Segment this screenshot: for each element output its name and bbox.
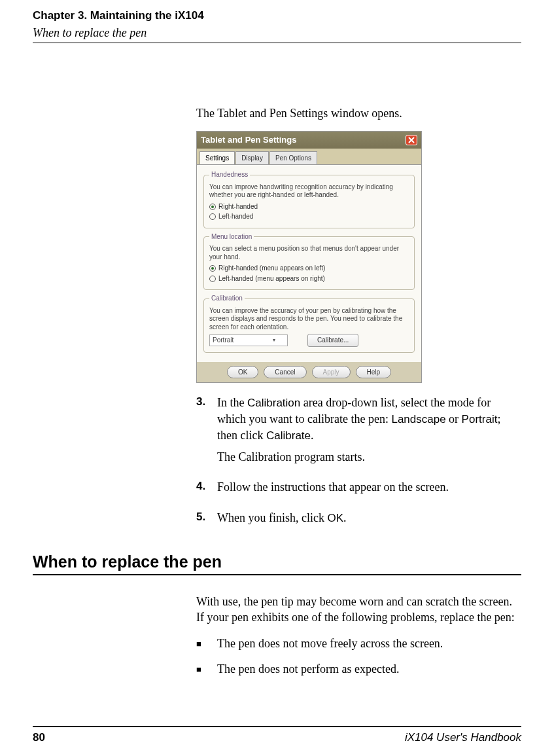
- step-3-text: In the Calibration area drop-down list, …: [217, 395, 521, 444]
- radio-icon: [209, 204, 216, 210]
- bullet-text: The pen does not move freely across the …: [217, 636, 443, 651]
- section-title-header: When to replace the pen: [33, 26, 521, 40]
- section2-content: With use, the pen tip may become worn an…: [196, 594, 521, 677]
- menu-location-desc: You can select a menu position so that m…: [209, 245, 409, 261]
- radio-label: Left-handed: [218, 212, 253, 221]
- step-4-text: Follow the instructions that appear on t…: [217, 479, 521, 495]
- tab-settings[interactable]: Settings: [199, 151, 235, 165]
- step-5: 5. When you finish, click OK.: [196, 510, 521, 531]
- text: .: [343, 511, 347, 524]
- cancel-button[interactable]: Cancel: [264, 366, 306, 379]
- text: When you finish, click: [217, 511, 327, 524]
- dialog-title: Tablet and Pen Settings: [201, 134, 296, 146]
- settings-dialog-screenshot: Tablet and Pen Settings Settings Display…: [196, 131, 422, 383]
- radio-left-handed[interactable]: Left-handed: [209, 212, 409, 221]
- menu-location-group: Menu location You can select a menu posi…: [203, 232, 415, 291]
- ui-term: Landscape: [391, 413, 445, 425]
- step-5-text: When you finish, click OK.: [217, 510, 521, 526]
- radio-menu-left[interactable]: Left-handed (menu appears on right): [209, 274, 409, 283]
- tab-pen-options[interactable]: Pen Options: [269, 151, 317, 165]
- section2-para: With use, the pen tip may become worn an…: [196, 594, 521, 626]
- dialog-titlebar: Tablet and Pen Settings: [197, 132, 421, 149]
- radio-icon: [209, 276, 216, 282]
- step-number: 3.: [196, 395, 217, 470]
- book-title: iX104 User's Handbook: [405, 731, 521, 744]
- ok-button[interactable]: OK: [227, 366, 258, 379]
- bullet-item: ■ The pen does not perform as expected.: [196, 661, 521, 677]
- text: or: [446, 412, 462, 425]
- chevron-down-icon: ▾: [273, 337, 275, 344]
- bullet-icon: ■: [196, 636, 217, 651]
- calibration-desc: You can improve the accuracy of your pen…: [209, 307, 409, 332]
- step-3-result: The Calibration program starts.: [217, 449, 521, 465]
- help-button[interactable]: Help: [356, 366, 392, 379]
- radio-icon: [209, 213, 216, 220]
- radio-icon: [209, 265, 216, 272]
- ui-term: Calibration: [247, 397, 300, 409]
- page-footer: 80 iX104 User's Handbook: [33, 726, 521, 744]
- header-rule: [33, 43, 521, 43]
- radio-right-handed[interactable]: Right-handed: [209, 202, 409, 211]
- step-3: 3. In the Calibration area drop-down lis…: [196, 395, 521, 470]
- radio-label: Left-handed (menu appears on right): [218, 274, 325, 283]
- handedness-group: Handedness You can improve handwriting r…: [203, 170, 415, 228]
- text: .: [311, 429, 314, 442]
- handedness-desc: You can improve handwriting recognition …: [209, 183, 409, 200]
- orientation-select-value: Portrait: [213, 336, 234, 345]
- step-number: 4.: [196, 479, 217, 500]
- calibrate-button[interactable]: Calibrate...: [307, 334, 358, 347]
- radio-label: Right-handed: [218, 202, 258, 211]
- apply-button[interactable]: Apply: [312, 366, 351, 379]
- calibration-legend: Calibration: [209, 294, 245, 303]
- footer-rule: [33, 726, 521, 727]
- chapter-title: Chapter 3. Maintaining the iX104: [33, 9, 521, 22]
- section-heading: When to replace the pen: [33, 552, 521, 571]
- intro-text: The Tablet and Pen Settings window opens…: [196, 105, 521, 121]
- ui-term: Portrait: [462, 413, 498, 425]
- dialog-footer: OK Cancel Apply Help: [197, 362, 421, 383]
- radio-menu-right[interactable]: Right-handed (menu appears on left): [209, 264, 409, 273]
- bullet-icon: ■: [196, 661, 217, 677]
- radio-label: Right-handed (menu appears on left): [218, 264, 325, 273]
- content-area: The Tablet and Pen Settings window opens…: [196, 105, 521, 531]
- section-rule: [33, 574, 521, 575]
- menu-location-legend: Menu location: [209, 232, 254, 242]
- bullet-text: The pen does not perform as expected.: [217, 661, 399, 677]
- page-number: 80: [33, 731, 45, 744]
- dialog-tabs: Settings Display Pen Options: [197, 149, 421, 165]
- tab-display[interactable]: Display: [235, 151, 269, 165]
- orientation-select[interactable]: Portrait ▾: [209, 334, 288, 346]
- close-icon[interactable]: [406, 135, 417, 145]
- bullet-item: ■ The pen does not move freely across th…: [196, 636, 521, 651]
- calibration-group: Calibration You can improve the accuracy…: [203, 294, 415, 353]
- text: In the: [217, 396, 247, 409]
- handedness-legend: Handedness: [209, 170, 250, 179]
- step-4: 4. Follow the instructions that appear o…: [196, 479, 521, 500]
- step-number: 5.: [196, 510, 217, 531]
- ui-term: OK: [327, 512, 343, 524]
- ui-term: Calibrate: [266, 429, 311, 442]
